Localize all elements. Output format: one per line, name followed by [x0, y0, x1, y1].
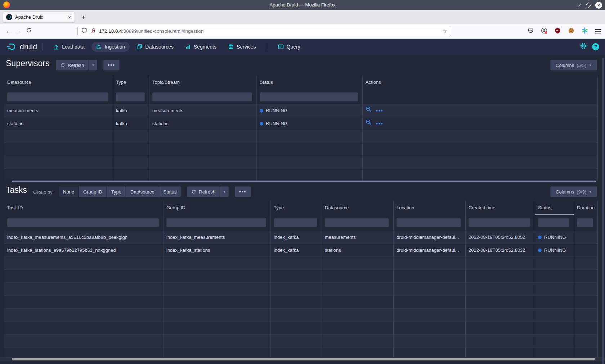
- cookie-icon[interactable]: [568, 27, 574, 35]
- col-header-actions[interactable]: Actions: [363, 76, 598, 89]
- window-close-button[interactable]: ×: [595, 2, 602, 9]
- row-more-actions-icon[interactable]: •••: [376, 108, 384, 113]
- supervisors-horizontal-scrollbar[interactable]: [12, 181, 596, 182]
- col-header-topic-stream[interactable]: Topic/Stream: [149, 76, 257, 89]
- browser-tab-apache-druid[interactable]: Apache Druid ×: [3, 12, 75, 23]
- col-header-created-time[interactable]: Created time: [466, 201, 535, 215]
- tasks-table: Task ID Group ID Type Datasource Locatio…: [4, 201, 598, 357]
- tasks-horizontal-scrollbar-track[interactable]: [0, 357, 605, 361]
- col-header-status[interactable]: Status: [257, 76, 363, 89]
- task-row-measurements[interactable]: index_kafka_measurements_a5616c5ba8afb8b…: [4, 231, 598, 244]
- filter-status-input[interactable]: [260, 92, 358, 101]
- new-tab-button[interactable]: +: [79, 13, 88, 22]
- status-running-dot-icon: [260, 122, 263, 126]
- empty-row: [4, 283, 598, 296]
- help-icon[interactable]: ?: [592, 43, 599, 50]
- url-bar[interactable]: 172.18.0.4:30899/unified-console.html#in…: [77, 26, 451, 36]
- menu-hamburger-icon[interactable]: [595, 29, 601, 33]
- nav-item-query[interactable]: Query: [273, 42, 305, 52]
- filter-datasource-input[interactable]: [7, 92, 108, 101]
- status-label: RUNNING: [544, 231, 566, 244]
- task-duration: [574, 244, 598, 257]
- tab-title: Apache Druid: [15, 14, 67, 20]
- filter-created-time-input[interactable]: [469, 218, 530, 227]
- row-more-actions-icon[interactable]: •••: [376, 121, 384, 126]
- col-header-group-id[interactable]: Group ID: [163, 201, 271, 215]
- col-header-status-sorted[interactable]: Status: [535, 201, 574, 215]
- filter-type-input[interactable]: [116, 92, 145, 101]
- nav-item-segments[interactable]: Segments: [180, 42, 221, 52]
- tasks-filter-row: [4, 215, 598, 231]
- supervisor-type: kafka: [113, 117, 149, 130]
- reload-button[interactable]: [24, 27, 34, 35]
- tasks-refresh-dropdown-button[interactable]: ▼: [220, 186, 229, 197]
- empty-row: [4, 322, 598, 335]
- filter-location-input[interactable]: [396, 218, 461, 227]
- group-by-type-button[interactable]: Type: [107, 186, 126, 197]
- filter-type-input[interactable]: [274, 218, 317, 227]
- tasks-table-header: Task ID Group ID Type Datasource Locatio…: [4, 201, 598, 215]
- tab-close-icon[interactable]: ×: [67, 14, 72, 20]
- task-status: RUNNING: [535, 231, 574, 244]
- druid-logo[interactable]: druid: [6, 42, 37, 51]
- supervisor-row-stations[interactable]: stations kafka stations RUNNING •••: [4, 117, 598, 130]
- extension-asterisk-icon[interactable]: [582, 27, 588, 35]
- ublock-icon[interactable]: uO: [555, 28, 561, 35]
- bookmark-star-icon[interactable]: ☆: [443, 28, 447, 35]
- filter-datasource-input[interactable]: [325, 218, 389, 227]
- tracking-protection-shield-icon[interactable]: [81, 28, 87, 35]
- nav-item-ingestion[interactable]: Ingestion: [91, 42, 130, 52]
- columns-label: Columns: [556, 63, 574, 68]
- tasks-more-button[interactable]: •••: [235, 186, 251, 197]
- pocket-icon[interactable]: [528, 28, 534, 35]
- page-vertical-scrollbar[interactable]: [602, 58, 604, 364]
- col-header-datasource[interactable]: Datasource: [4, 76, 113, 89]
- col-header-type[interactable]: Type: [113, 76, 149, 89]
- supervisors-refresh-dropdown-button[interactable]: ▼: [89, 60, 98, 70]
- col-header-type[interactable]: Type: [271, 201, 322, 215]
- tasks-columns-button[interactable]: Columns (9/9) ▼: [550, 186, 597, 197]
- col-header-duration[interactable]: Duration: [574, 201, 598, 215]
- nav-item-services[interactable]: Services: [223, 42, 261, 52]
- tasks-refresh-button[interactable]: Refresh: [187, 186, 220, 197]
- supervisor-topic: stations: [149, 117, 257, 130]
- group-by-status-button[interactable]: Status: [159, 186, 181, 197]
- filter-group-id-input[interactable]: [166, 218, 266, 227]
- filter-task-id-input[interactable]: [7, 218, 159, 227]
- col-header-task-id[interactable]: Task ID: [4, 201, 163, 215]
- nav-label: Query: [287, 44, 300, 50]
- settings-gear-icon[interactable]: [580, 42, 587, 51]
- filter-topic-stream-input[interactable]: [152, 92, 252, 101]
- view-details-magnifier-icon[interactable]: [366, 104, 372, 117]
- view-details-magnifier-icon[interactable]: [366, 117, 372, 130]
- supervisors-more-button[interactable]: •••: [103, 60, 120, 70]
- url-path: :30899/unified-console.html#ingestion: [122, 28, 204, 34]
- supervisors-columns-button[interactable]: Columns (5/5) ▼: [550, 60, 597, 70]
- group-by-none-button[interactable]: None: [59, 186, 79, 197]
- window-maximize-button[interactable]: [586, 3, 590, 7]
- group-by-group-id-button[interactable]: Group ID: [79, 186, 107, 197]
- filter-status-input[interactable]: [538, 218, 569, 227]
- nav-item-datasources[interactable]: Datasources: [132, 42, 178, 52]
- group-by-datasource-button[interactable]: Datasource: [126, 186, 158, 197]
- window-minimize-button[interactable]: [578, 5, 581, 6]
- supervisor-type: kafka: [113, 104, 149, 117]
- nav-item-load-data[interactable]: Load data: [49, 42, 89, 52]
- nav-label: Datasources: [145, 44, 174, 50]
- empty-row: [4, 296, 598, 309]
- empty-row: [4, 143, 598, 156]
- tasks-horizontal-scrollbar-thumb[interactable]: [12, 358, 595, 360]
- supervisors-refresh-button[interactable]: Refresh: [56, 60, 89, 70]
- forward-button[interactable]: →: [14, 28, 24, 35]
- empty-row: [4, 335, 598, 347]
- col-header-datasource[interactable]: Datasource: [322, 201, 394, 215]
- supervisor-row-measurements[interactable]: measurements kafka measurements RUNNING …: [4, 104, 598, 117]
- filter-duration-input[interactable]: [577, 218, 593, 227]
- back-button[interactable]: ←: [4, 28, 14, 35]
- account-icon[interactable]: [541, 27, 547, 35]
- load-data-icon: [53, 44, 59, 50]
- task-row-stations[interactable]: index_kafka_stations_a9a679b22795b63_nnk…: [4, 244, 598, 257]
- insecure-lock-icon[interactable]: [90, 28, 96, 35]
- supervisor-status: RUNNING: [257, 117, 363, 130]
- col-header-location[interactable]: Location: [394, 201, 466, 215]
